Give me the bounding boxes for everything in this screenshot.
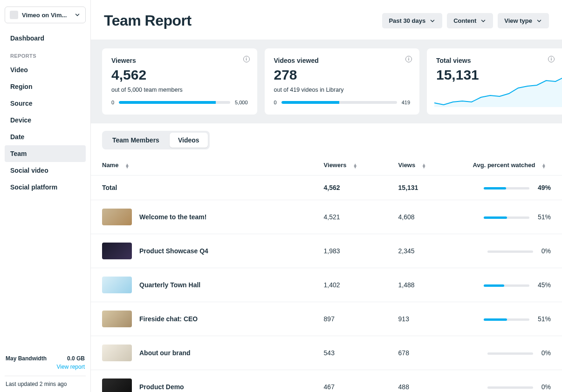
filter-content-label: Content — [453, 17, 476, 24]
col-name-label: Name — [102, 162, 118, 169]
cell-name: Product Showcase Q4 — [91, 234, 313, 268]
cell-viewers: 4,521 — [313, 200, 387, 234]
video-name: Welcome to the team! — [139, 213, 206, 221]
sort-icon: ▲▼ — [422, 163, 426, 168]
cell-views: 15,131 — [387, 176, 462, 200]
tabs: Team Members Videos — [91, 123, 562, 149]
team-avatar — [10, 11, 18, 19]
sidebar-item-social-video[interactable]: Social video — [5, 162, 86, 179]
cell-name: Total — [91, 176, 313, 200]
card-viewers-value: 4,562 — [111, 68, 248, 82]
sidebar-item-social-platform[interactable]: Social platform — [5, 179, 86, 196]
sidebar-item-source[interactable]: Source — [5, 95, 86, 112]
range-min: 0 — [274, 100, 277, 105]
sidebar-item-region[interactable]: Region — [5, 78, 86, 95]
video-name: Product Showcase Q4 — [139, 247, 208, 255]
video-thumbnail — [102, 243, 132, 259]
cell-views: 1,488 — [387, 268, 462, 302]
filters: Past 30 days Content View type — [382, 13, 549, 28]
card-viewers-sub: out of 5,000 team members — [111, 87, 248, 93]
col-avg-pct[interactable]: Avg. percent watched ▲▼ — [462, 155, 562, 176]
table-row[interactable]: Welcome to the team!4,5214,60851% — [91, 200, 562, 234]
video-thumbnail — [102, 378, 132, 392]
sidebar-item-team[interactable]: Team — [5, 145, 86, 162]
col-views[interactable]: Views ▲▼ — [387, 155, 462, 176]
cell-name: Fireside chat: CEO — [91, 302, 313, 336]
cell-name: Welcome to the team! — [91, 200, 313, 234]
card-views-title: Total views — [436, 57, 553, 64]
card-videos-range: 0 419 — [274, 100, 411, 105]
videos-table: Name ▲▼ Viewers ▲▼ Views ▲▼ Avg. percent… — [91, 155, 562, 392]
pct-bar — [487, 386, 533, 389]
sidebar-item-date[interactable]: Date — [5, 128, 86, 145]
table-row[interactable]: Product Showcase Q41,9832,3450% — [91, 234, 562, 268]
sort-icon: ▲▼ — [541, 163, 546, 168]
video-thumbnail — [102, 311, 132, 327]
table-row[interactable]: About our brand5436780% — [91, 336, 562, 370]
filter-period[interactable]: Past 30 days — [382, 13, 442, 28]
col-name[interactable]: Name ▲▼ — [91, 155, 313, 176]
last-updated: Last updated 2 mins ago — [6, 381, 85, 387]
table-row[interactable]: Product Demo4674880% — [91, 370, 562, 392]
video-name: Fireside chat: CEO — [139, 315, 198, 323]
info-icon[interactable]: i — [405, 56, 412, 62]
bandwidth-label: May Bandwidth — [6, 355, 47, 362]
card-viewers: i Viewers 4,562 out of 5,000 team member… — [102, 48, 257, 115]
table-row[interactable]: Quarterly Town Hall1,4021,48845% — [91, 268, 562, 302]
pct-bar — [487, 352, 533, 355]
page-title: Team Report — [104, 12, 192, 29]
tab-team-members[interactable]: Team Members — [104, 133, 168, 148]
info-icon[interactable]: i — [548, 56, 555, 62]
pct-bar — [487, 250, 533, 253]
cell-views: 4,608 — [387, 200, 462, 234]
sidebar-item-video[interactable]: Video — [5, 61, 86, 78]
col-viewers[interactable]: Viewers ▲▼ — [313, 155, 387, 176]
cell-views: 488 — [387, 370, 462, 392]
sort-icon: ▲▼ — [353, 163, 357, 168]
view-report-link[interactable]: View report — [6, 364, 85, 370]
cell-views: 2,345 — [387, 234, 462, 268]
divider — [5, 376, 86, 376]
sidebar-footer: May Bandwidth 0.0 GB View report Last up… — [5, 355, 86, 387]
filter-view-type[interactable]: View type — [498, 13, 549, 28]
cell-views: 678 — [387, 336, 462, 370]
sparkline-chart — [434, 74, 562, 107]
filter-view-type-label: View type — [504, 17, 532, 24]
cell-pct: 51% — [462, 302, 562, 336]
table-scroll[interactable]: Name ▲▼ Viewers ▲▼ Views ▲▼ Avg. percent… — [91, 149, 562, 392]
chevron-down-icon — [429, 18, 436, 24]
col-avg-pct-label: Avg. percent watched — [473, 162, 535, 169]
summary-cards: i Viewers 4,562 out of 5,000 team member… — [91, 40, 562, 123]
cell-viewers: 1,983 — [313, 234, 387, 268]
cell-name: Quarterly Town Hall — [91, 268, 313, 302]
progress-track — [281, 101, 397, 104]
pct-bar — [484, 216, 529, 219]
video-thumbnail — [102, 209, 132, 225]
cell-name: Product Demo — [91, 370, 313, 392]
bandwidth-value: 0.0 GB — [67, 355, 85, 362]
table-row-total: Total4,56215,13149% — [91, 176, 562, 200]
cell-pct: 45% — [462, 268, 562, 302]
pct-bar — [484, 318, 529, 321]
sidebar-item-dashboard[interactable]: Dashboard — [5, 30, 86, 47]
sidebar-item-device[interactable]: Device — [5, 112, 86, 128]
col-viewers-label: Viewers — [324, 162, 347, 169]
team-selector[interactable]: Vimeo on Vim... — [5, 7, 86, 23]
card-videos-title: Videos viewed — [274, 57, 411, 64]
sidebar-nav: Dashboard REPORTS VideoRegionSourceDevic… — [5, 30, 86, 196]
page-header: Team Report Past 30 days Content View ty… — [91, 0, 562, 40]
tab-videos[interactable]: Videos — [170, 133, 208, 148]
filter-content[interactable]: Content — [447, 13, 493, 28]
cell-pct: 0% — [462, 234, 562, 268]
cell-viewers: 897 — [313, 302, 387, 336]
range-max: 5,000 — [235, 100, 248, 105]
video-name: Quarterly Town Hall — [139, 281, 200, 289]
info-icon[interactable]: i — [243, 56, 250, 62]
cell-pct: 0% — [462, 336, 562, 370]
card-viewers-range: 0 5,000 — [111, 100, 248, 105]
video-thumbnail — [102, 277, 132, 293]
main: Team Report Past 30 days Content View ty… — [91, 0, 562, 392]
progress-track — [119, 101, 230, 104]
card-videos-sub: out of 419 videos in Library — [274, 87, 411, 93]
table-row[interactable]: Fireside chat: CEO89791351% — [91, 302, 562, 336]
